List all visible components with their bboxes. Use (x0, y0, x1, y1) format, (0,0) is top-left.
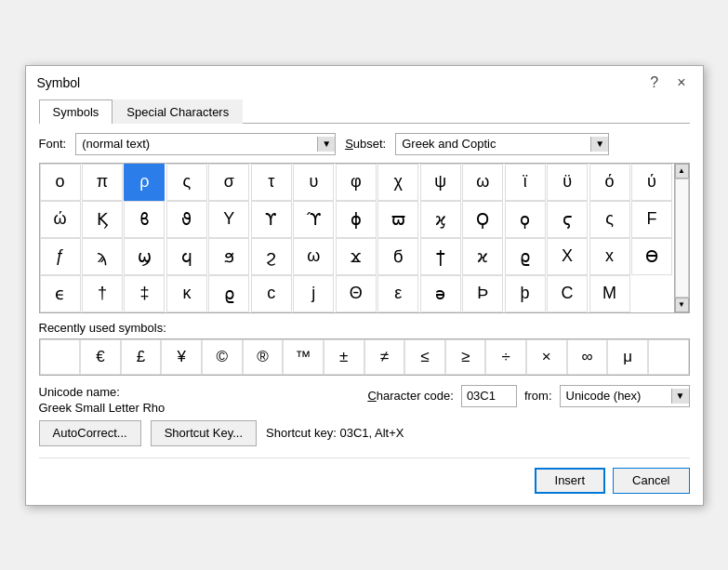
symbol-cell[interactable]: Χ (547, 238, 588, 275)
symbol-cell[interactable]: ϊ (505, 164, 546, 201)
close-button[interactable]: × (671, 73, 691, 92)
symbol-cell[interactable]: ρ (124, 164, 165, 201)
scroll-track[interactable] (675, 179, 689, 298)
font-select[interactable]: (normal text) ▼ (75, 133, 336, 155)
symbol-cell[interactable]: ϫ (336, 238, 377, 275)
title-bar: Symbol ? × (26, 66, 703, 92)
shortcut-row: AutoCorrect... Shortcut Key... Shortcut … (39, 420, 690, 446)
symbol-cell[interactable]: Þ (462, 275, 503, 312)
insert-button[interactable]: Insert (535, 468, 606, 494)
symbol-cell[interactable]: ϒ (251, 201, 292, 238)
symbol-cell[interactable]: ϡ (82, 238, 123, 275)
symbol-cell[interactable]: ϩ (251, 238, 292, 275)
symbol-cell[interactable]: ψ (420, 164, 461, 201)
symbol-cell[interactable]: ω (293, 238, 334, 275)
symbol-cell[interactable]: ‡ (124, 275, 165, 312)
symbol-cell[interactable]: ϐ (124, 201, 165, 238)
scroll-up-arrow[interactable]: ▲ (675, 164, 689, 179)
symbol-cell[interactable]: ϛ (547, 201, 588, 238)
recently-used-cell[interactable]: £ (121, 339, 162, 375)
symbol-cell[interactable]: φ (336, 164, 377, 201)
symbol-cell[interactable]: c (251, 275, 292, 312)
symbol-cell[interactable]: Ϗ (82, 201, 123, 238)
symbol-cell[interactable]: ϕ (336, 201, 377, 238)
from-select[interactable]: Unicode (hex) ▼ (560, 385, 690, 407)
recently-used-cell[interactable]: ± (324, 339, 364, 375)
symbol-cell[interactable]: x (589, 238, 630, 275)
subset-select[interactable]: Greek and Coptic ▼ (395, 133, 609, 155)
symbol-grid: οπρςστυφχψωϊϋόύώϏϐϑΥϒϓϕϖϗϘϙϛςFƒϡϣϥϧϩωϫϭϯ… (40, 164, 674, 312)
symbol-cell[interactable]: ϥ (166, 238, 207, 275)
symbol-cell[interactable]: ϰ (462, 238, 503, 275)
symbol-cell[interactable]: ε (377, 275, 418, 312)
recently-used-cell[interactable]: ÷ (485, 339, 526, 375)
recently-used-cell[interactable]: ≥ (445, 339, 486, 375)
from-select-arrow: ▼ (671, 389, 689, 404)
symbol-cell[interactable]: τ (251, 164, 292, 201)
symbol-cell[interactable]: κ (166, 275, 207, 312)
recently-used-cell[interactable]: ™ (283, 339, 324, 375)
recently-used-cell[interactable]: × (526, 339, 567, 375)
recently-used-cell[interactable]: μ (607, 339, 648, 375)
symbol-cell[interactable]: ϓ (293, 201, 334, 238)
autocorrect-button[interactable]: AutoCorrect... (39, 420, 141, 446)
symbol-cell[interactable]: þ (505, 275, 546, 312)
symbol-cell[interactable]: ω (462, 164, 503, 201)
symbol-cell[interactable]: ς (589, 201, 630, 238)
symbol-cell[interactable]: ϱ (505, 238, 546, 275)
recently-used-cell[interactable] (648, 339, 689, 375)
symbol-cell[interactable]: υ (293, 164, 334, 201)
symbol-cell[interactable]: † (82, 275, 123, 312)
symbol-cell[interactable]: ϗ (420, 201, 461, 238)
shortcut-key-button[interactable]: Shortcut Key... (151, 420, 257, 446)
recently-used-cell[interactable]: ∞ (567, 339, 608, 375)
scroll-down-arrow[interactable]: ▼ (675, 298, 689, 312)
symbol-cell[interactable]: σ (208, 164, 249, 201)
recently-used-cell[interactable]: ≠ (364, 339, 405, 375)
symbol-cell[interactable]: ə (420, 275, 461, 312)
symbol-cell[interactable]: ϑ (166, 201, 207, 238)
symbol-cell[interactable]: ϙ (505, 201, 546, 238)
symbol-cell[interactable]: ϴ (631, 238, 672, 275)
symbol-cell[interactable]: ƒ (40, 238, 81, 275)
recently-used-label: Recently used symbols: (39, 321, 690, 335)
symbol-cell[interactable]: Ϙ (462, 201, 503, 238)
symbol-cell[interactable]: j (293, 275, 334, 312)
unicode-name-value: Greek Small Letter Rho (39, 401, 165, 415)
symbol-cell[interactable]: ς (166, 164, 207, 201)
symbol-cell[interactable]: π (82, 164, 123, 201)
symbol-cell[interactable]: ϭ (377, 238, 418, 275)
symbol-cell[interactable]: ϋ (547, 164, 588, 201)
recently-used-cell[interactable]: ¥ (161, 339, 202, 375)
cancel-button[interactable]: Cancel (613, 468, 689, 494)
recently-used-cell[interactable]: ≤ (404, 339, 445, 375)
recently-used-cell[interactable]: ® (243, 339, 284, 375)
recently-used-cell[interactable]: © (202, 339, 243, 375)
symbol-cell[interactable]: ύ (631, 164, 672, 201)
symbol-cell[interactable]: Υ (208, 201, 249, 238)
symbol-cell[interactable]: Θ (336, 275, 377, 312)
symbol-cell[interactable]: C (547, 275, 588, 312)
symbol-cell[interactable]: ο (40, 164, 81, 201)
title-bar-controls: ? × (644, 73, 691, 92)
recently-used-cell[interactable]: € (80, 339, 121, 375)
symbol-cell[interactable]: ϧ (208, 238, 249, 275)
symbol-cell[interactable]: χ (377, 164, 418, 201)
symbol-cell[interactable]: M (589, 275, 630, 312)
symbol-cell[interactable]: ό (589, 164, 630, 201)
recently-used-cell[interactable] (40, 339, 81, 375)
tab-special-characters[interactable]: Special Characters (113, 99, 243, 124)
symbol-cell[interactable]: ϯ (420, 238, 461, 275)
symbol-cell[interactable]: ϖ (377, 201, 418, 238)
char-code-input[interactable] (461, 385, 517, 407)
help-button[interactable]: ? (644, 73, 664, 92)
from-label: from: (524, 389, 552, 403)
tab-symbols[interactable]: Symbols (39, 99, 113, 124)
symbol-cell[interactable]: ϣ (124, 238, 165, 275)
symbol-cell[interactable]: ϵ (40, 275, 81, 312)
char-code-label: Character code: (367, 389, 454, 403)
symbol-cell[interactable]: ώ (40, 201, 81, 238)
symbol-scrollbar[interactable]: ▲ ▼ (674, 164, 689, 312)
symbol-cell[interactable]: F (631, 201, 672, 238)
symbol-cell[interactable]: ϱ (208, 275, 249, 312)
